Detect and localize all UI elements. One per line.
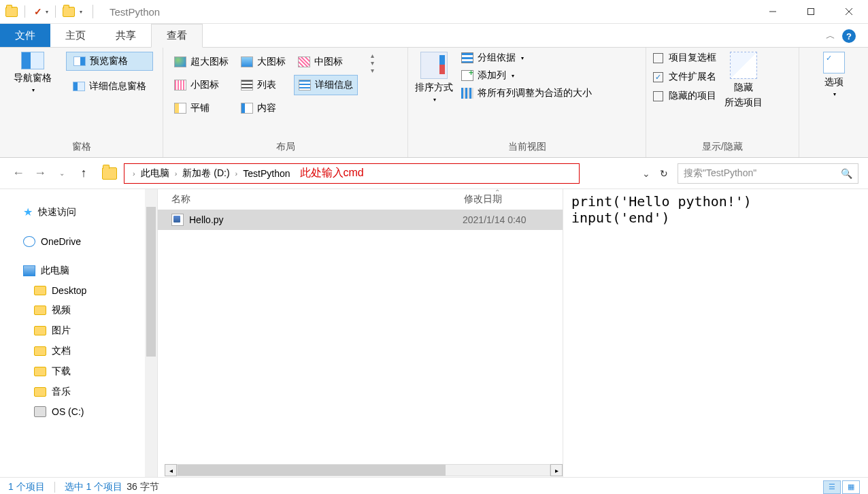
tree-scrollbar[interactable] (145, 189, 157, 477)
thumbnails-view-icon: ▦ (848, 482, 854, 491)
qat-separator (55, 5, 56, 18)
sort-icon (420, 52, 448, 79)
group-label-current-view: 当前视图 (415, 137, 639, 156)
minimize-button[interactable] (754, 0, 792, 24)
autosize-columns-button[interactable]: 将所有列调整为合适的大小 (461, 87, 592, 99)
hscroll-left-button[interactable]: ◂ (165, 464, 177, 476)
layout-large-icons[interactable]: 大图标 (237, 52, 290, 72)
layout-small-icons[interactable]: 小图标 (170, 75, 233, 95)
details-pane-button[interactable]: 详细信息窗格 (66, 78, 153, 95)
column-header-name[interactable]: 名称 (171, 193, 464, 205)
ribbon-group-layout: 超大图标 大图标 中图标 小图标 列表 详细信息 平铺 内容 ▴ ▾ ▾ 布局 (163, 48, 408, 157)
chevron-right-icon[interactable]: › (235, 169, 238, 178)
maximize-button[interactable] (792, 0, 830, 24)
layout-medium-icons[interactable]: 中图标 (294, 52, 358, 72)
folder-icon (34, 326, 46, 335)
scrollbar-thumb[interactable] (146, 207, 156, 357)
breadcrumb-folder[interactable]: TestPython (243, 168, 290, 179)
checkbox-checked-icon: ✓ (653, 72, 663, 82)
hscroll-track[interactable] (177, 464, 550, 476)
tab-home[interactable]: 主页 (50, 24, 101, 47)
dropdown-icon: ▾ (833, 91, 836, 97)
tree-onedrive[interactable]: OneDrive (0, 232, 157, 251)
navigation-pane-button[interactable]: 导航窗格 ▾ (7, 52, 58, 93)
tree-downloads[interactable]: 下载 (0, 361, 157, 382)
file-name: Hello.py (189, 214, 463, 225)
tree-documents[interactable]: 文档 (0, 341, 157, 361)
tree-os-c[interactable]: OS (C:) (0, 402, 157, 421)
group-label-options (806, 138, 861, 156)
item-checkboxes-toggle[interactable]: 项目复选框 (653, 52, 716, 64)
window-title: TestPython (110, 6, 160, 18)
layout-tiles[interactable]: 平铺 (170, 98, 233, 118)
properties-checkmark-icon[interactable]: ✓ (32, 5, 44, 18)
layout-extra-large-icons[interactable]: 超大图标 (170, 52, 233, 72)
tiles-icon (174, 103, 186, 114)
recent-locations-dropdown-icon[interactable]: ⌄ (53, 165, 71, 182)
options-button[interactable]: 选项 ▾ (823, 52, 845, 97)
tab-share[interactable]: 共享 (101, 24, 151, 47)
file-extensions-toggle[interactable]: ✓文件扩展名 (653, 71, 716, 83)
preview-pane: print('Hello python!') input('end') (563, 189, 868, 477)
status-size: 36 字节 (127, 481, 158, 493)
file-date: 2021/1/14 0:40 (463, 214, 526, 225)
qat-customize-dropdown-icon[interactable]: ▾ (78, 9, 84, 15)
file-row[interactable]: Hello.py 2021/1/14 0:40 (158, 210, 563, 230)
address-bar[interactable]: › 此电脑 › 新加卷 (D:) › TestPython 此处输入cmd (124, 163, 580, 184)
tab-view[interactable]: 查看 (151, 24, 203, 48)
breadcrumb-pc[interactable]: 此电脑 (141, 167, 169, 180)
layout-list[interactable]: 列表 (237, 75, 290, 95)
dropdown-icon: ▾ (512, 73, 514, 79)
tree-videos[interactable]: 视频 (0, 300, 157, 320)
navigation-pane-label: 导航窗格 (14, 72, 52, 84)
file-area: ⌃ 名称 修改日期 Hello.py 2021/1/14 0:40 ◂ ▸ pr… (158, 189, 868, 477)
chevron-right-icon[interactable]: › (133, 169, 135, 178)
folder-icon (34, 286, 46, 295)
properties-dropdown-icon[interactable]: ▾ (46, 9, 48, 15)
preview-pane-button[interactable]: 预览窗格 (66, 52, 153, 71)
sm-icons-icon (174, 80, 186, 90)
layout-scroll-expand-icon[interactable]: ▾ (371, 67, 374, 74)
back-button[interactable]: ← (10, 165, 27, 182)
refresh-button[interactable]: ↻ (660, 168, 668, 179)
close-button[interactable] (830, 0, 868, 24)
group-by-button[interactable]: 分组依据▾ (461, 52, 592, 64)
up-button[interactable]: ↑ (75, 165, 93, 182)
help-button[interactable]: ? (842, 29, 856, 43)
tab-file[interactable]: 文件 (0, 24, 50, 47)
chevron-right-icon[interactable]: › (175, 169, 178, 178)
search-input[interactable]: 搜索"TestPython" 🔍 (678, 163, 858, 184)
folder-icon[interactable] (5, 7, 18, 17)
layout-scroll-down-icon[interactable]: ▾ (371, 59, 374, 67)
thumbnails-view-button[interactable]: ▦ (842, 480, 860, 494)
group-by-icon (461, 52, 473, 63)
hidden-items-toggle[interactable]: 隐藏的项目 (653, 90, 716, 102)
details-view-button[interactable]: ☰ (823, 480, 841, 494)
folder-icon (34, 306, 46, 315)
layout-content[interactable]: 内容 (237, 98, 290, 118)
breadcrumb-drive[interactable]: 新加卷 (D:) (182, 167, 229, 180)
hscroll-thumb[interactable] (178, 465, 446, 476)
layout-scroll-up-icon[interactable]: ▴ (371, 52, 374, 59)
hide-selected-button[interactable]: 隐藏 所选项目 (724, 52, 763, 109)
tree-desktop[interactable]: Desktop (0, 281, 157, 300)
sort-by-button[interactable]: 排序方式 ▾ (415, 52, 453, 103)
hscroll-right-button[interactable]: ▸ (550, 464, 563, 476)
details-icon (299, 80, 311, 90)
add-columns-button[interactable]: 添加列▾ (461, 69, 592, 82)
address-history-dropdown-icon[interactable]: ⌄ (642, 168, 650, 179)
tree-pictures[interactable]: 图片 (0, 320, 157, 341)
search-icon[interactable]: 🔍 (841, 168, 852, 179)
collapse-ribbon-icon[interactable]: ︿ (826, 30, 835, 42)
layout-details[interactable]: 详细信息 (294, 75, 358, 95)
tree-this-pc[interactable]: 此电脑 (0, 261, 157, 281)
tree-quick-access[interactable]: ★快速访问 (0, 201, 157, 223)
qat-separator (24, 5, 25, 18)
group-label-panes: 窗格 (7, 137, 156, 156)
tree-music[interactable]: 音乐 (0, 382, 157, 402)
forward-button[interactable]: → (31, 165, 49, 182)
address-folder-icon[interactable] (102, 167, 117, 180)
column-resize-indicator-icon[interactable]: ⌃ (495, 188, 500, 196)
new-folder-icon[interactable] (63, 7, 75, 17)
column-header-date[interactable]: 修改日期 (464, 193, 559, 205)
